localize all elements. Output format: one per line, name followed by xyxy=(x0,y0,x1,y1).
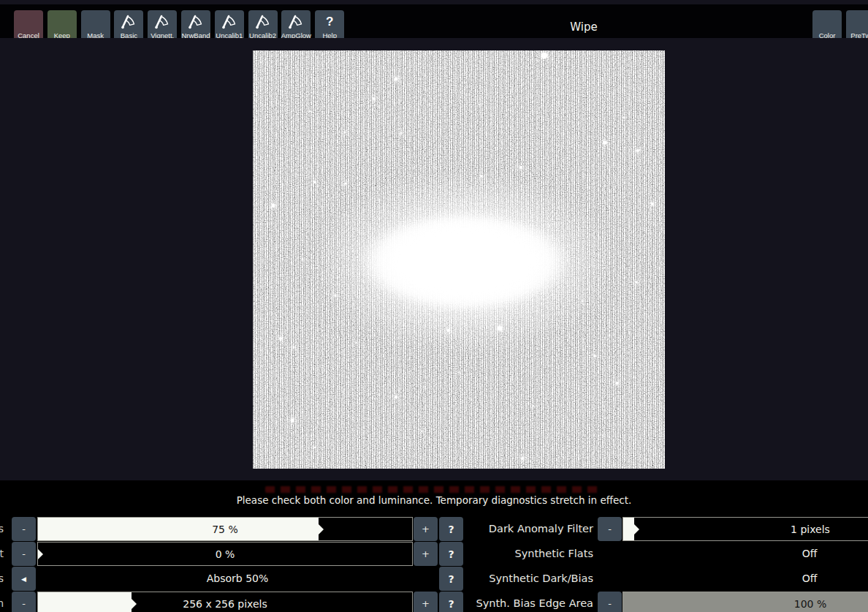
minus-icon: - xyxy=(22,524,26,534)
minus-icon: - xyxy=(22,548,26,559)
previous-option-button[interactable]: ◀ xyxy=(12,567,36,591)
minus-icon: - xyxy=(22,598,26,609)
image-viewport xyxy=(0,38,868,480)
selector-row-left-3: s ◀ Absorb 50% ? Synthetic Dark/Bias Off xyxy=(0,567,868,591)
slider-track[interactable]: 1 pixels xyxy=(623,517,868,541)
module-title: Wipe xyxy=(523,20,644,34)
wiper-icon xyxy=(114,13,143,31)
slider-track[interactable]: 256 x 256 pixels xyxy=(37,592,413,612)
slider-row-left-4: n - 256 x 256 pixels + ? Synth. Bias Edg… xyxy=(0,592,868,612)
star xyxy=(582,301,583,302)
vignetting-preset-button[interactable]: Vignett. xyxy=(148,10,177,42)
star xyxy=(616,382,619,385)
star xyxy=(290,419,294,423)
star xyxy=(334,294,336,296)
increment-button[interactable]: + xyxy=(414,542,438,566)
selector-value-bar[interactable]: Off xyxy=(623,567,868,591)
narrowband-preset-button[interactable]: NrwBand xyxy=(181,10,210,42)
left-arrow-icon: ◀ xyxy=(21,575,26,583)
selector-value-bar[interactable]: Off xyxy=(623,542,868,566)
slider-fill xyxy=(38,592,132,612)
star xyxy=(458,371,460,373)
parameter-label: Dark Anomaly Filter xyxy=(452,517,593,541)
diagnostics-message: Please check both color and luminance. T… xyxy=(0,494,868,506)
cropped-label-fragment: t xyxy=(0,542,4,566)
slider-track-disabled[interactable]: 100 % xyxy=(623,592,868,612)
wiper-icon xyxy=(281,13,311,31)
minus-icon: - xyxy=(608,598,612,609)
parameter-label: Synthetic Flats xyxy=(452,542,593,566)
toolbar-right-group: Color PreTw xyxy=(812,10,868,42)
star xyxy=(395,396,397,398)
decrement-button[interactable]: - xyxy=(12,542,36,566)
pretweak-button[interactable]: PreTw xyxy=(846,10,868,42)
increment-button[interactable]: + xyxy=(414,517,438,541)
star xyxy=(636,149,639,152)
increment-button[interactable]: + xyxy=(414,592,438,612)
star xyxy=(400,132,403,134)
slider-fill xyxy=(623,518,634,540)
wiper-icon xyxy=(181,13,210,31)
star xyxy=(623,117,625,118)
keep-button[interactable]: Keep xyxy=(47,10,77,42)
help-button[interactable]: ? Help xyxy=(315,10,344,42)
star xyxy=(521,457,524,460)
uncalibrated1-preset-button[interactable]: Uncalib1 xyxy=(215,10,244,42)
selector-value-bar[interactable]: Absorb 50% xyxy=(37,567,438,591)
slider-row-left-2: t - 0 % + ? Synthetic Flats Off xyxy=(0,542,868,566)
star xyxy=(302,259,303,260)
star xyxy=(594,355,596,357)
basic-preset-button[interactable]: Basic xyxy=(114,10,143,42)
decrement-button[interactable]: - xyxy=(12,592,36,612)
star xyxy=(481,175,483,177)
star xyxy=(651,203,654,205)
selector-value: Off xyxy=(623,542,868,565)
ampglow-preset-button[interactable]: AmpGlow xyxy=(281,10,311,42)
startools-wipe-window: { "toolbar": { "title": "Wipe", "left_bu… xyxy=(0,0,868,612)
star xyxy=(343,131,346,133)
star xyxy=(602,434,604,436)
uncalibrated2-preset-button[interactable]: Uncalib2 xyxy=(248,10,278,42)
star xyxy=(549,225,550,227)
parameter-label: Synthetic Dark/Bias xyxy=(452,567,593,591)
star xyxy=(394,77,397,80)
control-panel: Please check both color and luminance. T… xyxy=(0,480,868,612)
star xyxy=(272,203,275,207)
slider-row-left-1: s - 75 % + ? Dark Anomaly Filter - 1 pix… xyxy=(0,517,868,541)
star xyxy=(479,104,480,105)
star xyxy=(279,337,282,340)
decrement-button[interactable]: - xyxy=(598,592,622,612)
slider-track[interactable]: 0 % xyxy=(37,542,413,566)
decrement-button[interactable]: - xyxy=(598,517,622,541)
plus-icon: + xyxy=(422,524,430,534)
wiper-icon xyxy=(148,13,177,31)
slider-value: 1 pixels xyxy=(623,518,868,541)
cancel-button[interactable]: Cancel xyxy=(14,10,43,42)
star xyxy=(313,181,316,184)
star xyxy=(433,167,435,168)
question-mark-icon: ? xyxy=(315,13,344,31)
wiper-icon xyxy=(248,13,278,31)
star xyxy=(373,97,376,100)
star xyxy=(541,53,547,58)
star xyxy=(355,342,357,344)
preview-image[interactable] xyxy=(253,50,665,469)
mask-button[interactable]: Mask xyxy=(81,10,110,42)
star xyxy=(421,431,422,432)
toolbar: Cancel Keep Mask Basic xyxy=(0,4,868,38)
selector-value: Off xyxy=(623,567,868,590)
selector-value: Absorb 50% xyxy=(37,567,438,590)
star xyxy=(519,166,522,169)
parameter-label: Synth. Bias Edge Area xyxy=(452,592,593,612)
toolbar-left-group: Cancel Keep Mask Basic xyxy=(14,10,344,42)
plus-icon: + xyxy=(422,548,430,559)
slider-track[interactable]: 75 % xyxy=(37,517,413,541)
slider-fill xyxy=(623,592,868,612)
star xyxy=(635,282,637,284)
star xyxy=(293,347,295,349)
star-layer xyxy=(253,50,665,469)
slider-fill xyxy=(38,518,319,540)
color-button[interactable]: Color xyxy=(812,10,842,42)
cropped-label-fragment: s xyxy=(0,517,4,541)
decrement-button[interactable]: - xyxy=(12,517,36,541)
